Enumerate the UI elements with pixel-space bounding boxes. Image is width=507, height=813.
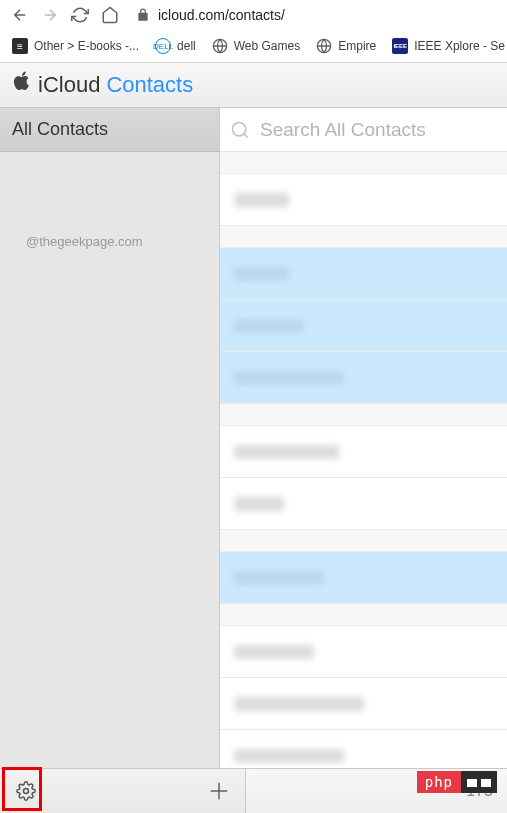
bookmark-icon: DELL bbox=[155, 38, 171, 54]
svg-rect-8 bbox=[481, 779, 491, 787]
sidebar-all-contacts[interactable]: All Contacts bbox=[0, 108, 219, 152]
bookmark-icon: IEEE bbox=[392, 38, 408, 54]
contact-name-redacted bbox=[234, 571, 324, 585]
bookmark-item[interactable]: IEEE IEEE Xplore - Se bbox=[386, 34, 507, 58]
contact-row[interactable] bbox=[220, 174, 507, 226]
arrow-right-icon bbox=[41, 6, 59, 24]
php-badge-zh bbox=[461, 771, 497, 792]
contact-name-redacted bbox=[234, 749, 344, 763]
contact-row[interactable] bbox=[220, 352, 507, 404]
contact-name-redacted bbox=[234, 193, 289, 207]
svg-rect-7 bbox=[467, 779, 477, 787]
bookmark-item[interactable]: ≡ Other > E-books -... bbox=[6, 34, 145, 58]
bookmark-label: Web Games bbox=[234, 39, 300, 53]
apple-logo-icon[interactable] bbox=[12, 70, 32, 100]
bookmark-label: Other > E-books -... bbox=[34, 39, 139, 53]
letter-header bbox=[220, 530, 507, 552]
contact-row[interactable] bbox=[220, 552, 507, 604]
contact-list[interactable] bbox=[220, 152, 507, 768]
globe-icon bbox=[316, 38, 332, 54]
contact-row[interactable] bbox=[220, 478, 507, 530]
bookmarks-bar: ≡ Other > E-books -... DELL dell Web Gam… bbox=[0, 30, 507, 62]
contact-name-redacted bbox=[234, 697, 364, 711]
content-area: All Contacts @thegeekpage.com bbox=[0, 108, 507, 768]
svg-point-4 bbox=[24, 789, 29, 794]
contact-row[interactable] bbox=[220, 626, 507, 678]
app-header: iCloud Contacts bbox=[0, 62, 507, 108]
contact-row[interactable] bbox=[220, 248, 507, 300]
contact-name-redacted bbox=[234, 371, 344, 385]
globe-icon bbox=[212, 38, 228, 54]
forward-button[interactable] bbox=[36, 1, 64, 29]
footer-left bbox=[0, 769, 246, 813]
bookmark-label: Empire bbox=[338, 39, 376, 53]
watermark-text: @thegeekpage.com bbox=[26, 234, 143, 249]
lock-icon bbox=[136, 8, 150, 22]
arrow-left-icon bbox=[11, 6, 29, 24]
letter-header bbox=[220, 226, 507, 248]
url-text: icloud.com/contacts/ bbox=[158, 7, 285, 23]
search-icon bbox=[230, 120, 250, 140]
search-input[interactable] bbox=[260, 119, 497, 141]
browser-toolbar: icloud.com/contacts/ bbox=[0, 0, 507, 30]
contact-row[interactable] bbox=[220, 730, 507, 768]
bookmark-icon: ≡ bbox=[12, 38, 28, 54]
settings-button[interactable] bbox=[14, 779, 38, 803]
contact-row[interactable] bbox=[220, 678, 507, 730]
app-section[interactable]: Contacts bbox=[106, 72, 193, 98]
app-brand[interactable]: iCloud bbox=[38, 72, 100, 98]
letter-header bbox=[220, 404, 507, 426]
main-panel bbox=[220, 108, 507, 768]
svg-point-2 bbox=[233, 122, 246, 135]
contact-row[interactable] bbox=[220, 300, 507, 352]
add-contact-button[interactable] bbox=[207, 779, 231, 803]
reload-icon bbox=[71, 6, 89, 24]
contact-name-redacted bbox=[234, 267, 289, 281]
bookmark-item[interactable]: Empire bbox=[310, 34, 382, 58]
gear-icon bbox=[16, 781, 36, 801]
bookmark-label: IEEE Xplore - Se bbox=[414, 39, 505, 53]
back-button[interactable] bbox=[6, 1, 34, 29]
sidebar-label: All Contacts bbox=[12, 119, 108, 140]
contact-name-redacted bbox=[234, 645, 314, 659]
php-watermark-badge: php bbox=[417, 771, 497, 793]
contact-name-redacted bbox=[234, 319, 304, 333]
plus-icon bbox=[208, 780, 230, 802]
contact-row[interactable] bbox=[220, 426, 507, 478]
reload-button[interactable] bbox=[66, 1, 94, 29]
letter-header bbox=[220, 604, 507, 626]
bookmark-label: dell bbox=[177, 39, 196, 53]
letter-header bbox=[220, 152, 507, 174]
php-badge-label: php bbox=[417, 771, 461, 793]
search-bar bbox=[220, 108, 507, 152]
bookmark-item[interactable]: DELL dell bbox=[149, 34, 202, 58]
svg-line-3 bbox=[244, 133, 248, 137]
home-button[interactable] bbox=[96, 1, 124, 29]
bookmark-item[interactable]: Web Games bbox=[206, 34, 306, 58]
url-bar[interactable]: icloud.com/contacts/ bbox=[126, 7, 501, 23]
sidebar: All Contacts @thegeekpage.com bbox=[0, 108, 220, 768]
contact-name-redacted bbox=[234, 445, 339, 459]
home-icon bbox=[101, 6, 119, 24]
contact-name-redacted bbox=[234, 497, 284, 511]
